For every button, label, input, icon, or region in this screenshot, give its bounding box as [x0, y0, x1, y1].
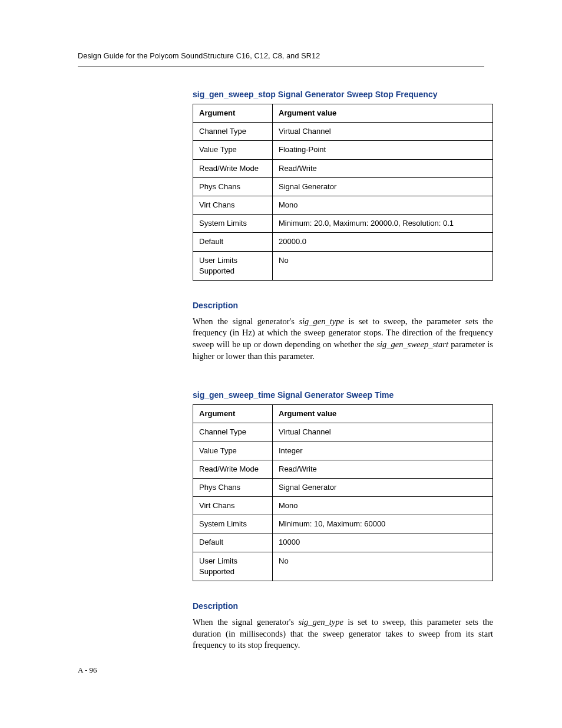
- cell-arg: Default: [193, 233, 273, 251]
- content-column: sig_gen_sweep_stop Signal Generator Swee…: [193, 90, 493, 651]
- param-table: Argument Argument value Channel TypeVirt…: [193, 104, 493, 281]
- cell-val: Read/Write: [273, 460, 493, 478]
- description-text: When the signal generator's sig_gen_type…: [193, 617, 493, 651]
- page-number: A - 96: [78, 666, 97, 675]
- cell-arg: System Limits: [193, 515, 273, 533]
- section-title: sig_gen_sweep_time Signal Generator Swee…: [193, 390, 493, 400]
- table-row: Phys ChansSignal Generator: [193, 177, 493, 196]
- table-header-row: Argument Argument value: [193, 405, 493, 423]
- table-row: Read/Write ModeRead/Write: [193, 159, 493, 177]
- header-rule: [78, 66, 484, 67]
- param-ref: sig_gen_type: [298, 617, 343, 627]
- col-header-argument: Argument: [193, 405, 273, 423]
- table-row: Value TypeFloating-Point: [193, 141, 493, 159]
- cell-val: Mono: [273, 196, 493, 214]
- running-header: Design Guide for the Polycom SoundStruct…: [78, 52, 484, 60]
- cell-val: 20000.0: [273, 233, 493, 251]
- cell-arg: Read/Write Mode: [193, 159, 273, 177]
- table-row: Channel TypeVirtual Channel: [193, 423, 493, 442]
- cell-arg: Value Type: [193, 141, 273, 159]
- table-row: User Limits SupportedNo: [193, 552, 493, 581]
- table-header-row: Argument Argument value: [193, 104, 493, 123]
- table-row: Read/Write ModeRead/Write: [193, 460, 493, 478]
- cell-val: Minimum: 10, Maximum: 60000: [273, 515, 493, 533]
- description-heading: Description: [193, 301, 493, 310]
- section-gap: [193, 367, 493, 390]
- table-row: Channel TypeVirtual Channel: [193, 123, 493, 141]
- cell-arg: Channel Type: [193, 123, 273, 141]
- param-ref: sig_gen_sweep_start: [376, 340, 448, 349]
- col-header-argument: Argument: [193, 104, 273, 123]
- cell-val: Virtual Channel: [273, 423, 493, 442]
- cell-val: Virtual Channel: [273, 123, 493, 141]
- table-row: Default20000.0: [193, 233, 493, 251]
- cell-val: No: [273, 552, 493, 581]
- cell-arg: Virt Chans: [193, 497, 273, 515]
- table-row: Value TypeInteger: [193, 442, 493, 460]
- text: When the signal generator's: [193, 317, 299, 326]
- cell-arg: Value Type: [193, 442, 273, 460]
- cell-val: Signal Generator: [273, 177, 493, 196]
- cell-val: Read/Write: [273, 159, 493, 177]
- table-row: User Limits SupportedNo: [193, 251, 493, 280]
- description-text: When the signal generator's sig_gen_type…: [193, 316, 493, 362]
- col-header-value: Argument value: [273, 104, 493, 123]
- cell-arg: User Limits Supported: [193, 251, 273, 280]
- cell-val: Minimum: 20.0, Maximum: 20000.0, Resolut…: [273, 215, 493, 233]
- table-row: Default10000: [193, 533, 493, 552]
- table-row: Phys ChansSignal Generator: [193, 478, 493, 496]
- cell-arg: User Limits Supported: [193, 552, 273, 581]
- cell-val: 10000: [273, 533, 493, 552]
- param-ref: sig_gen_type: [299, 317, 344, 326]
- cell-arg: System Limits: [193, 215, 273, 233]
- cell-arg: Phys Chans: [193, 177, 273, 196]
- col-header-value: Argument value: [273, 405, 493, 423]
- cell-arg: Virt Chans: [193, 196, 273, 214]
- section-title: sig_gen_sweep_stop Signal Generator Swee…: [193, 90, 493, 99]
- cell-arg: Read/Write Mode: [193, 460, 273, 478]
- param-table: Argument Argument value Channel TypeVirt…: [193, 404, 493, 581]
- page: Design Guide for the Polycom SoundStruct…: [0, 0, 562, 728]
- cell-val: Mono: [273, 497, 493, 515]
- cell-arg: Default: [193, 533, 273, 552]
- table-row: System LimitsMinimum: 10, Maximum: 60000: [193, 515, 493, 533]
- table-row: System LimitsMinimum: 20.0, Maximum: 200…: [193, 215, 493, 233]
- table-row: Virt ChansMono: [193, 497, 493, 515]
- cell-val: Integer: [273, 442, 493, 460]
- table-row: Virt ChansMono: [193, 196, 493, 214]
- cell-val: No: [273, 251, 493, 280]
- description-heading: Description: [193, 601, 493, 611]
- text: When the signal generator's: [193, 617, 298, 627]
- cell-arg: Channel Type: [193, 423, 273, 442]
- cell-val: Floating-Point: [273, 141, 493, 159]
- cell-arg: Phys Chans: [193, 478, 273, 496]
- cell-val: Signal Generator: [273, 478, 493, 496]
